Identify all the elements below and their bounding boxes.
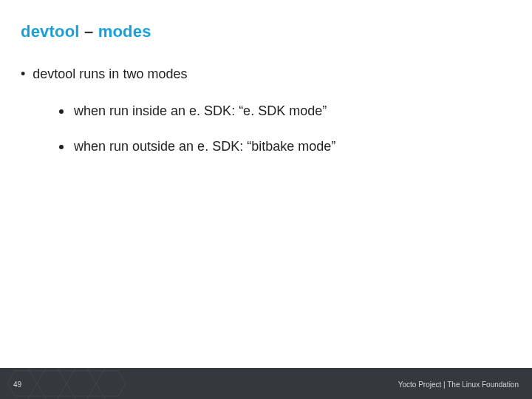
slide: devtool – modes • devtool runs in two mo… — [0, 0, 532, 399]
bullet-text: when run inside an e. SDK: “e. SDK mode” — [74, 103, 327, 119]
hex-pattern-icon — [0, 368, 192, 399]
footer-credit: Yocto Project | The Linux Foundation — [398, 381, 519, 389]
footer-bar: 49 Yocto Project | The Linux Foundation — [0, 368, 532, 399]
dot-icon — [59, 145, 64, 149]
bullet-text: when run outside an e. SDK: “bitbake mod… — [74, 139, 335, 154]
bullet-level2: when run inside an e. SDK: “e. SDK mode” — [59, 103, 327, 119]
svg-marker-1 — [37, 371, 66, 396]
bullet-marker-icon: • — [21, 66, 25, 83]
title-rest: modes — [98, 22, 151, 41]
bullet-level2: when run outside an e. SDK: “bitbake mod… — [59, 139, 335, 154]
svg-marker-6 — [81, 368, 111, 371]
title-accent: devtool — [21, 22, 80, 41]
dot-icon — [59, 109, 64, 114]
svg-marker-9 — [81, 396, 111, 399]
svg-marker-8 — [52, 396, 81, 399]
svg-marker-2 — [66, 371, 96, 396]
bullet-level1: • devtool runs in two modes — [21, 66, 187, 83]
svg-marker-4 — [22, 368, 52, 371]
bullet-text: devtool runs in two modes — [33, 66, 187, 82]
svg-marker-0 — [7, 371, 37, 396]
svg-marker-5 — [52, 368, 81, 371]
slide-title: devtool – modes — [21, 22, 151, 41]
svg-marker-3 — [96, 371, 126, 396]
title-dash: – — [80, 22, 98, 41]
page-number: 49 — [13, 381, 21, 389]
svg-marker-7 — [22, 396, 52, 399]
